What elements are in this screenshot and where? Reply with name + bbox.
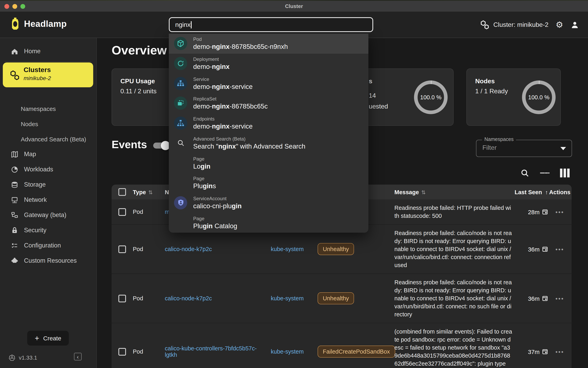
search-input[interactable]: nginx: [169, 17, 373, 32]
sidebar-item-security[interactable]: Security: [0, 223, 97, 238]
map-icon: [10, 150, 18, 158]
sidebar-item-namespaces[interactable]: Namespaces: [0, 101, 97, 116]
minimize-window-button[interactable]: [12, 4, 17, 9]
row-actions-menu[interactable]: •••: [548, 295, 572, 302]
cpu-card-title: CPU Usage: [120, 78, 155, 85]
search-result-service[interactable]: Servicedemo-nginx-service: [169, 74, 369, 93]
cluster-chip-label: Cluster: minikube-2: [493, 21, 549, 28]
sidebar-collapse-button[interactable]: ‹: [74, 353, 82, 360]
window-title: Cluster: [285, 3, 303, 9]
search-results-dropdown: Poddemo-nginx-86785bc65c-n9nxh Deploymen…: [169, 34, 369, 233]
column-header-last-seen[interactable]: Last Seen↑: [514, 189, 548, 195]
event-message: (combined from similar events): Failed t…: [395, 323, 512, 368]
event-name-link[interactable]: calico-kube-controllers-7bfdc5b57c-lgtkh: [165, 345, 261, 358]
event-last-seen: 36m: [514, 295, 548, 302]
search-result-page-plugins[interactable]: PagePlugins: [169, 173, 369, 193]
sidebar-item-network[interactable]: Network: [0, 192, 97, 207]
event-namespace-link[interactable]: kube-system: [271, 246, 318, 252]
table-row: Pod calico-kube-controllers-7bfdc5b57c-l…: [112, 323, 572, 368]
status-badge: FailedCreatePodSandBox: [318, 346, 395, 358]
search-result-endpoints[interactable]: Endpointsdemo-nginx-service: [169, 113, 369, 133]
home-icon: [10, 47, 18, 55]
sidebar-item-storage[interactable]: Storage: [0, 177, 97, 192]
namespace-filter-placeholder: Filter: [483, 144, 497, 151]
sidebar-item-map[interactable]: Map: [0, 147, 97, 162]
event-namespace-link[interactable]: kube-system: [271, 348, 318, 355]
calendar-icon: [542, 348, 548, 355]
calendar-icon: [542, 295, 548, 302]
settings-gear-icon[interactable]: ⚙: [556, 20, 563, 29]
app-window: Cluster Headlamp nginx Cluster: minikube…: [0, 0, 588, 368]
column-header-type[interactable]: Type⇅: [133, 189, 165, 195]
nodes-card: Nodes 1 / 1 Ready 100.0 %: [466, 68, 561, 126]
serviceaccount-shield-icon: [174, 196, 187, 209]
column-header-message[interactable]: Message⇅: [395, 189, 514, 195]
logo-text: Headlamp: [24, 19, 67, 29]
sort-ascending-icon: ↑: [545, 189, 548, 195]
no-icon: [174, 216, 187, 229]
search-result-page-plugin-catalog[interactable]: PagePlugin Catalog: [169, 213, 369, 233]
sidebar-item-configuration[interactable]: Configuration: [0, 238, 97, 253]
calendar-icon: [542, 246, 548, 252]
row-actions-menu[interactable]: •••: [548, 246, 572, 252]
table-filter-icon[interactable]: [540, 168, 550, 178]
sidebar-item-gateway[interactable]: Gateway (beta): [0, 207, 97, 223]
event-last-seen: 28m: [514, 208, 548, 215]
sort-icon: ⇅: [421, 189, 426, 195]
pods-card-title-fragment: s: [369, 78, 372, 85]
row-checkbox[interactable]: [118, 348, 126, 355]
replicaset-icon: [174, 97, 187, 110]
create-button[interactable]: + Create: [27, 331, 69, 346]
search-result-deployment[interactable]: Deploymentdemo-nginx: [169, 54, 369, 73]
row-checkbox[interactable]: [118, 294, 126, 302]
cpu-card-value: 0.11 / 2 units: [120, 88, 157, 95]
security-lock-icon: [10, 226, 18, 234]
sidebar: Home Clusters minikube-2 Namespaces Node…: [0, 38, 97, 368]
event-message: Readiness probe failed: calico/node is n…: [395, 274, 512, 323]
table-search-icon[interactable]: [520, 168, 530, 178]
sidebar-item-clusters-selected[interactable]: Clusters minikube-2: [3, 63, 93, 87]
table-columns-icon[interactable]: [560, 168, 570, 178]
search-result-pod[interactable]: Poddemo-nginx-86785bc65c-n9nxh: [169, 34, 369, 54]
sidebar-item-home[interactable]: Home: [0, 44, 97, 59]
row-checkbox[interactable]: [118, 245, 126, 253]
row-actions-menu[interactable]: •••: [548, 208, 572, 215]
row-checkbox[interactable]: [118, 208, 126, 216]
event-type: Pod: [133, 295, 165, 302]
nodes-card-title: Nodes: [475, 78, 495, 85]
sidebar-divider: [5, 61, 91, 62]
maximize-window-button[interactable]: [20, 4, 25, 9]
event-name-link[interactable]: calico-node-k7p2c: [165, 246, 261, 252]
event-name-link[interactable]: calico-node-k7p2c: [165, 295, 261, 302]
row-actions-menu[interactable]: •••: [548, 348, 572, 355]
events-toggle-switch[interactable]: [153, 143, 169, 148]
user-account-icon[interactable]: [570, 20, 579, 29]
endpoints-icon: [174, 117, 187, 130]
search-result-advanced-search[interactable]: Advanced Search (Beta)Search "nginx" wit…: [169, 133, 369, 153]
sidebar-item-custom-resources[interactable]: Custom Resources: [0, 253, 97, 268]
cluster-chooser-button[interactable]: Cluster: minikube-2: [481, 20, 549, 29]
close-window-button[interactable]: [4, 4, 9, 9]
storage-database-icon: [10, 181, 18, 188]
sidebar-item-workloads[interactable]: Workloads: [0, 162, 97, 177]
sort-icon: ⇅: [149, 189, 153, 195]
search-result-serviceaccount[interactable]: ServiceAccountcalico-cni-plugin: [169, 193, 369, 213]
namespace-filter-select[interactable]: Namespaces Filter: [476, 140, 572, 157]
pods-card-value-fragment: 14: [369, 92, 376, 99]
sidebar-item-advanced-search[interactable]: Advanced Search (Beta): [0, 131, 97, 147]
headlamp-logo-icon: [9, 17, 22, 32]
column-header-actions: Actions: [548, 189, 572, 195]
search-result-page-login[interactable]: PageLogin: [169, 153, 369, 173]
clusters-hexagons-icon: [10, 70, 20, 81]
select-all-checkbox[interactable]: [118, 188, 126, 196]
network-monitor-icon: [10, 196, 18, 204]
sidebar-item-nodes[interactable]: Nodes: [0, 116, 97, 131]
calendar-icon: [542, 209, 548, 215]
search-result-replicaset[interactable]: ReplicaSetdemo-nginx-86785bc65c: [169, 93, 369, 113]
nodes-percent-donut: 100.0 %: [522, 81, 556, 114]
pod-icon: [174, 37, 187, 50]
event-namespace-link[interactable]: kube-system: [271, 295, 318, 302]
namespace-filter-label: Namespaces: [482, 137, 516, 142]
cluster-hexagons-icon: [481, 20, 489, 29]
kubernetes-wheel-icon: [9, 354, 15, 361]
